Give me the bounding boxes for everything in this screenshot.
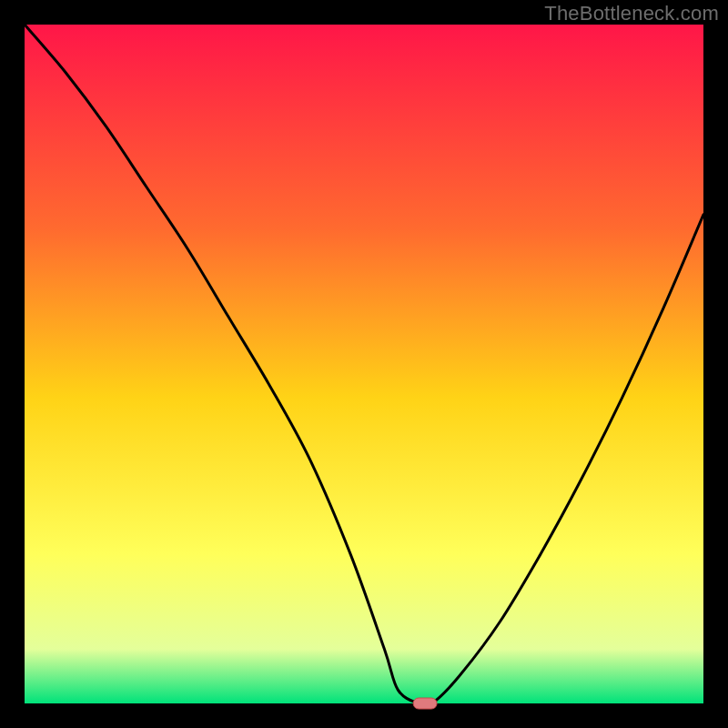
attribution-text: TheBottleneck.com	[544, 2, 719, 25]
chart-frame: TheBottleneck.com	[0, 0, 728, 728]
bottleneck-chart	[0, 0, 728, 728]
minimum-marker	[413, 698, 437, 709]
gradient-background	[25, 25, 703, 703]
